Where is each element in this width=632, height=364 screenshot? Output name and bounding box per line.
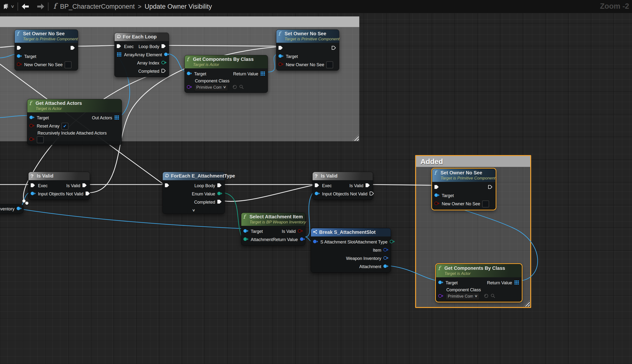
wire-exec <box>224 185 314 202</box>
dropdown-value: Primitive Compc <box>448 294 473 299</box>
checkbox-unchecked[interactable] <box>65 61 72 68</box>
node-get-components-by-class-1[interactable]: fGet Components By ClassTarget is ActorT… <box>184 55 268 93</box>
node-header[interactable]: fGet Components By ClassTarget is Actor <box>185 55 268 68</box>
bookmark-icon[interactable] <box>3 4 9 10</box>
pin-array-element[interactable] <box>164 52 169 58</box>
pin-exec[interactable] <box>488 185 493 190</box>
pin-group: Exec <box>31 183 48 188</box>
node-is-valid-1[interactable]: ?Is ValidExecIs ValidInput ObjectIs Not … <box>28 172 90 200</box>
pin-exec[interactable] <box>31 183 36 188</box>
search-icon[interactable] <box>239 84 244 90</box>
pin-target[interactable] <box>17 54 22 59</box>
bookmark-chevron-icon[interactable]: ˅ <box>11 4 14 10</box>
pin-inventory[interactable] <box>17 206 22 212</box>
pin-is-not-valid[interactable] <box>85 191 91 196</box>
node-header[interactable]: For Each Loop <box>115 33 169 41</box>
pin-exec[interactable] <box>434 185 440 190</box>
component-class-dropdown[interactable]: Primitive Compc˅ <box>194 84 228 91</box>
pin-completed[interactable] <box>217 200 223 205</box>
pin-exec[interactable] <box>165 183 170 188</box>
node-header[interactable]: ?Is Valid <box>312 172 373 180</box>
node-header[interactable]: fSet Owner No SeeTarget is Primitive Com… <box>15 30 78 43</box>
pin-out-actors[interactable] <box>114 115 120 120</box>
search-icon[interactable] <box>491 294 495 299</box>
node-get-components-by-class-2[interactable]: fGet Components By ClassTarget is ActorT… <box>436 264 522 302</box>
pin-target[interactable] <box>243 229 249 234</box>
checkbox-unchecked[interactable] <box>326 61 333 68</box>
node-break-s-attachmentslot[interactable]: Break S_AttachmentSlotS Attachment SlotA… <box>311 228 391 272</box>
pin-exec[interactable] <box>314 183 320 188</box>
reset-to-default-icon[interactable] <box>232 84 237 90</box>
pin-is-valid[interactable] <box>82 183 88 188</box>
pin-weapon-inventory[interactable] <box>383 256 389 261</box>
pin-loop-body[interactable] <box>161 44 167 49</box>
pin-s-attachment-slot[interactable] <box>313 239 319 245</box>
component-class-dropdown[interactable]: Primitive Compc˅ <box>446 293 479 300</box>
pin-is-not-valid[interactable] <box>370 191 375 196</box>
pin-is-valid[interactable] <box>298 229 303 234</box>
pin-exec[interactable] <box>278 46 284 51</box>
pin-data[interactable] <box>438 294 444 299</box>
pin-loop-body[interactable] <box>217 183 223 188</box>
pin-completed[interactable] <box>161 68 167 74</box>
pin-item[interactable] <box>383 248 389 253</box>
pin-new-owner-no-see[interactable] <box>17 62 22 68</box>
function-icon: f <box>278 31 284 37</box>
pin-return-value[interactable] <box>300 237 305 242</box>
reroute-knot[interactable] <box>25 202 29 205</box>
pin-new-owner-no-see[interactable] <box>278 62 284 68</box>
reroute-knot[interactable] <box>23 200 26 203</box>
node-set-owner-no-see-2[interactable]: fSet Owner No SeeTarget is Primitive Com… <box>276 30 339 70</box>
node-foreach-e-attachmenttype[interactable]: ForEach E_AttachmentTypeLoop BodyEnum Va… <box>162 172 225 214</box>
node-inventory-stub[interactable]: Inventory <box>0 204 24 214</box>
node-set-owner-no-see-1[interactable]: fSet Owner No SeeTarget is Primitive Com… <box>15 30 78 70</box>
pin-array[interactable] <box>117 52 122 58</box>
node-header[interactable]: fSelect Attachment ItemTarget is BP Weap… <box>241 213 305 226</box>
pin-return-value[interactable] <box>514 280 520 286</box>
pin-array-index[interactable] <box>161 60 167 66</box>
node-select-attachment-item[interactable]: fSelect Attachment ItemTarget is BP Weap… <box>241 212 305 246</box>
checkbox-checked[interactable]: ✔ <box>61 123 68 130</box>
pin-target[interactable] <box>438 280 444 286</box>
forward-arrow-icon[interactable] <box>37 4 45 10</box>
pin-data[interactable] <box>29 137 35 142</box>
node-get-attached-actors[interactable]: fGet Attached ActorsTarget is ActorTarge… <box>27 99 122 145</box>
pin-exec[interactable] <box>332 46 337 51</box>
node-header[interactable]: fGet Components By ClassTarget is Actor <box>436 264 521 277</box>
node-header[interactable]: Break S_AttachmentSlot <box>311 228 391 236</box>
wire-object <box>169 54 185 72</box>
pin-input-object[interactable] <box>314 191 320 196</box>
reset-to-default-icon[interactable] <box>484 294 489 299</box>
node-for-each-loop[interactable]: For Each LoopExecLoop BodyArrayArray Ele… <box>114 32 169 77</box>
node-header[interactable]: ForEach E_AttachmentType <box>163 172 225 180</box>
pin-new-owner-no-see[interactable] <box>434 201 440 206</box>
pin-input-object[interactable] <box>31 191 36 196</box>
pin-exec[interactable] <box>117 44 122 49</box>
pin-enum-value[interactable] <box>217 191 223 196</box>
pin-exec[interactable] <box>70 46 76 51</box>
pin-attachment[interactable] <box>243 237 249 242</box>
node-set-owner-no-see-3[interactable]: fSet Owner No SeeTarget is Primitive Com… <box>432 168 496 210</box>
pin-data[interactable] <box>187 85 192 90</box>
pin-attachment-type[interactable] <box>390 239 395 245</box>
back-arrow-icon[interactable] <box>22 4 29 10</box>
node-is-valid-2[interactable]: ?Is ValidExecIs ValidInput ObjectIs Not … <box>312 172 373 200</box>
pin-target[interactable] <box>187 71 192 76</box>
pin-return-value[interactable] <box>260 71 266 76</box>
pin-group: Array Index <box>137 60 167 66</box>
node-header[interactable]: fSet Owner No SeeTarget is Primitive Com… <box>432 169 495 182</box>
node-header[interactable]: ?Is Valid <box>29 172 90 180</box>
checkbox-unchecked[interactable] <box>37 136 44 143</box>
pin-target[interactable] <box>29 115 35 120</box>
pin-exec[interactable] <box>17 46 22 51</box>
pin-is-valid[interactable] <box>365 183 371 188</box>
expand-pins-chevron[interactable]: ˅ <box>163 208 225 214</box>
node-header[interactable]: fGet Attached ActorsTarget is Actor <box>27 99 122 112</box>
checkbox-unchecked[interactable] <box>482 200 489 208</box>
pin-reset-array[interactable] <box>29 124 35 129</box>
breadcrumb-root[interactable]: BP_CharacterComponent <box>60 3 135 10</box>
pin-attachment[interactable] <box>383 264 389 269</box>
pin-target[interactable] <box>434 193 440 198</box>
node-header[interactable]: fSet Owner No SeeTarget is Primitive Com… <box>276 30 339 43</box>
pin-target[interactable] <box>278 54 284 59</box>
